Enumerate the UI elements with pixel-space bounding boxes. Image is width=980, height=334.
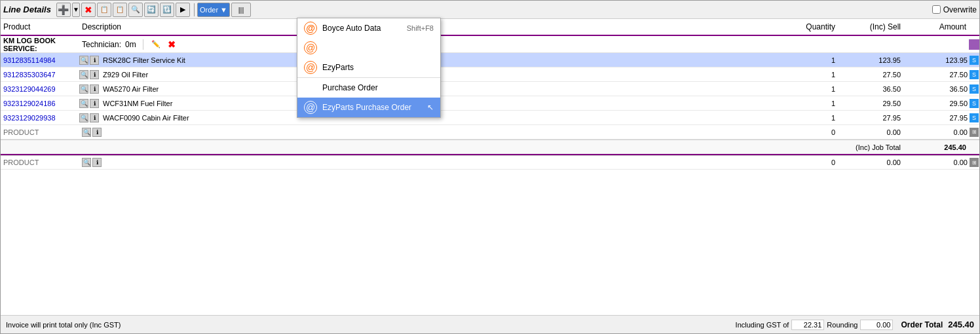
data-rows: 9312835114984 🔍 ℹ RSK28C Filter Service … — [1, 53, 979, 139]
empty-action-2: ⊞ — [969, 158, 979, 167]
cell-product-4: 9323129029938 — [1, 114, 79, 122]
cell-desc-2: WA5270 Air Filter — [102, 85, 785, 93]
add-dropdown-button[interactable]: ▼ — [72, 3, 80, 17]
sync-button[interactable]: 🔃 — [160, 3, 174, 17]
footer-order-total-label: Order Total — [895, 320, 948, 329]
info-icon-0[interactable]: ℹ — [90, 56, 99, 65]
empty-amount-2: 0.00 — [903, 158, 969, 166]
empty-info-icon-1[interactable]: ℹ — [92, 128, 102, 137]
ezyparts-label: EzyParts — [322, 63, 354, 72]
ezyparts-po-label: EzyParts Purchase Order — [322, 103, 411, 112]
search-icon-1[interactable]: 🔍 — [79, 70, 88, 79]
dropdown-item-at[interactable]: @ — [297, 38, 440, 58]
dropdown-menu: @ Boyce Auto Data Shift+F8 @ @ EzyParts … — [297, 18, 441, 118]
grid-btn-1[interactable]: ⊞ — [970, 128, 979, 137]
cell-sell-0: 123.95 — [838, 56, 903, 64]
grid-btn-2[interactable]: ⊞ — [970, 158, 979, 167]
separator-1 — [194, 3, 195, 16]
cell-amount-4: 27.95 — [903, 114, 969, 122]
cell-product-2: 9323129044269 — [1, 85, 79, 93]
dropdown-item-ezyparts[interactable]: @ EzyParts — [297, 58, 440, 77]
cell-icons-2: 🔍 ℹ — [79, 84, 99, 94]
cell-desc-4: WACF0090 Cabin Air Filter — [102, 114, 785, 122]
search-icon-4[interactable]: 🔍 — [79, 113, 88, 122]
table-row[interactable]: 9312835114984 🔍 ℹ RSK28C Filter Service … — [1, 53, 979, 67]
search-icon-3[interactable]: 🔍 — [79, 99, 88, 108]
cell-action-3: S — [969, 99, 979, 108]
table-row[interactable]: 9323129044269 🔍 ℹ WA5270 Air Filter 1 36… — [1, 82, 979, 96]
copy-button[interactable]: 📋 — [97, 3, 111, 17]
empty-action-1: ⊞ — [969, 128, 979, 137]
km-value: 0m — [125, 40, 136, 49]
info-icon-4[interactable]: ℹ — [90, 113, 99, 122]
empty-info-icon-2[interactable]: ℹ — [92, 158, 102, 167]
cell-desc-0: RSK28C Filter Service Kit — [102, 56, 785, 64]
km-purple-indicator — [969, 39, 979, 50]
delete-km-btn[interactable]: ✖ — [166, 39, 178, 50]
action-btn-0[interactable]: S — [970, 56, 979, 65]
empty-search-icon-1[interactable]: 🔍 — [82, 128, 91, 137]
boyce-label: Boyce Auto Data — [322, 24, 381, 33]
cell-sell-4: 27.95 — [838, 114, 903, 122]
footer-gst-label: Including GST of — [736, 321, 789, 329]
overwrite-checkbox[interactable] — [932, 5, 941, 14]
separator — [143, 39, 143, 50]
action-btn-4[interactable]: S — [970, 113, 979, 122]
search-button[interactable]: 🔍 — [128, 3, 143, 17]
edit-icon-btn[interactable]: ✏️ — [150, 39, 162, 50]
info-icon-1[interactable]: ℹ — [90, 70, 99, 79]
cell-qty-2: 1 — [785, 85, 838, 93]
empty-amount-1: 0.00 — [903, 128, 969, 136]
search-icon-0[interactable]: 🔍 — [79, 56, 88, 65]
table-row[interactable]: 9323129024186 🔍 ℹ WCF31NM Fuel Filter 1 … — [1, 96, 979, 111]
boyce-icon: @ — [304, 22, 317, 35]
ezyparts-po-icon: @ — [304, 101, 317, 114]
action-btn-2[interactable]: S — [970, 84, 979, 94]
add-button[interactable]: ➕ — [56, 3, 71, 17]
footer-order-total-value: 245.40 — [948, 320, 979, 329]
footer-gst: Including GST of 22.31 Rounding 0.00 — [736, 320, 896, 330]
info-icon-3[interactable]: ℹ — [90, 99, 99, 108]
forward-button[interactable]: ▶ — [176, 3, 190, 17]
dropdown-item-boyce[interactable]: @ Boyce Auto Data Shift+F8 — [297, 18, 440, 38]
delete-button[interactable]: ✖ — [81, 3, 96, 17]
empty-product-label-2: PRODUCT — [1, 158, 79, 166]
col-header-quantity: Quantity — [785, 22, 838, 31]
empty-search-icon-2[interactable]: 🔍 — [82, 158, 91, 167]
footer: Invoice will print total only (Inc GST) … — [1, 315, 979, 333]
footer-rounding-label: Rounding — [827, 321, 857, 329]
empty-icons-1: 🔍 ℹ — [82, 128, 102, 137]
dropdown-item-purchase-order[interactable]: Purchase Order — [297, 77, 440, 98]
cell-amount-2: 36.50 — [903, 85, 969, 93]
action-btn-3[interactable]: S — [970, 99, 979, 108]
cell-qty-0: 1 — [785, 56, 838, 64]
table-row[interactable]: 9323129029938 🔍 ℹ WACF0090 Cabin Air Fil… — [1, 111, 979, 125]
main-window: Line Details ➕ ▼ ✖ 📋 📋 🔍 🔄 🔃 ▶ Order ▼ |… — [0, 0, 980, 334]
cell-product-0: 9312835114984 — [1, 56, 79, 64]
col-header-product: Product — [1, 22, 79, 31]
paste-button[interactable]: 📋 — [113, 3, 127, 17]
refresh-button[interactable]: 🔄 — [144, 3, 159, 17]
order-button[interactable]: Order ▼ — [197, 3, 230, 17]
search-icon-2[interactable]: 🔍 — [79, 84, 88, 94]
cell-product-3: 9323129024186 — [1, 100, 79, 107]
footer-rounding-value: 0.00 — [860, 320, 893, 330]
cell-desc-3: WCF31NM Fuel Filter — [102, 100, 785, 107]
empty-qty-2: 0 — [785, 158, 838, 166]
at-icon: @ — [304, 41, 317, 54]
dropdown-item-ezyparts-po[interactable]: @ EzyParts Purchase Order ↖ — [297, 98, 440, 117]
empty-row-2: PRODUCT 🔍 ℹ 0 0.00 0.00 ⊞ — [1, 155, 979, 170]
overwrite-area: Overwrite — [932, 5, 977, 14]
job-total-label: (Inc) Job Total — [856, 143, 903, 151]
col-header-amount: Amount — [903, 22, 969, 31]
job-total-value: 245.40 — [903, 143, 969, 151]
barcode-button[interactable]: ||| — [231, 3, 251, 17]
km-row-content: Technician: 0m ✏️ ✖ — [79, 39, 969, 50]
km-log-row: KM LOG BOOK SERVICE: Technician: 0m ✏️ ✖ — [1, 36, 979, 53]
totals-row: (Inc) Job Total 245.40 — [1, 139, 979, 154]
table-row[interactable]: 9312835303647 🔍 ℹ Z929 Oil Filter 1 27.5… — [1, 67, 979, 82]
info-icon-2[interactable]: ℹ — [90, 84, 99, 94]
action-btn-1[interactable]: S — [970, 70, 979, 79]
technician-label: Technician: — [82, 40, 121, 49]
cell-icons-3: 🔍 ℹ — [79, 99, 99, 108]
